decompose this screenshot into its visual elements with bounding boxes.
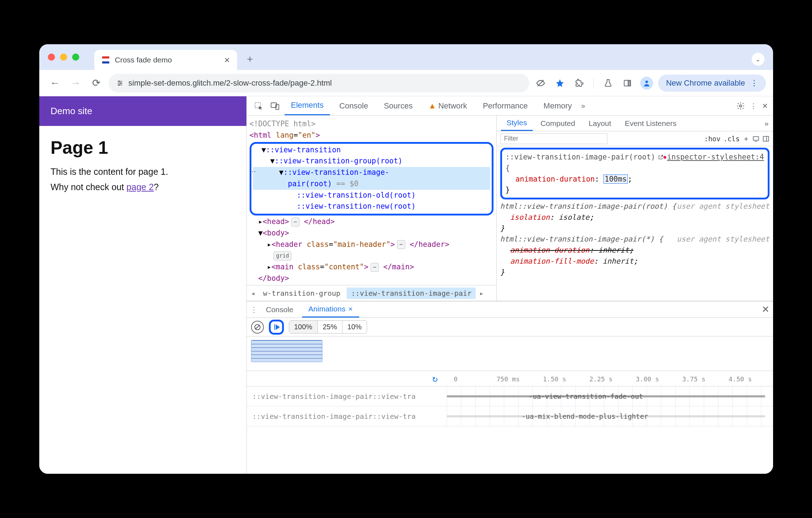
rule3-prop2[interactable]: animation-fill-mode: inherit; bbox=[500, 256, 770, 267]
animation-row-1[interactable]: ::view-transition-image-pair::view-tra -… bbox=[247, 386, 773, 406]
tab-styles[interactable]: Styles bbox=[501, 116, 533, 131]
elements-panel: ⋯ <!DOCTYPE html> <html lang="en"> ▼::vi… bbox=[247, 116, 497, 301]
speed-selector[interactable]: 100% 25% 10% bbox=[289, 320, 367, 334]
panel-icon[interactable] bbox=[620, 75, 635, 91]
dom-head[interactable]: ▸<head>⋯ </head> bbox=[250, 216, 493, 228]
timeline-header: ↻ 0 750 ms 1.50 s 2.25 s 3.00 s 3.75 s 4… bbox=[247, 371, 773, 386]
breadcrumb[interactable]: ◂ w-transition-group ::view-transition-i… bbox=[247, 285, 496, 301]
dom-vt-pair[interactable]: ▼::view-transition-image- bbox=[253, 167, 490, 178]
forward-button[interactable]: → bbox=[67, 75, 84, 92]
drawer-menu-icon[interactable]: ⋮ bbox=[250, 305, 257, 314]
rule2-prop[interactable]: isolation: isolate; bbox=[500, 212, 770, 223]
dom-doctype[interactable]: <!DOCTYPE html> bbox=[250, 118, 493, 130]
bc-item-2[interactable]: ::view-transition-image-pair bbox=[347, 288, 476, 299]
url-field[interactable]: simple-set-demos.glitch.me/2-slow-cross-… bbox=[109, 74, 530, 92]
tab-strip: Cross fade demo × ＋ ⌄ bbox=[39, 44, 773, 70]
minimize-window-button[interactable] bbox=[60, 54, 67, 61]
rule-origin-link[interactable]: inspector-stylesheet:4 bbox=[658, 152, 764, 163]
more-styles-tabs-icon[interactable]: » bbox=[765, 119, 769, 128]
drawer-tab-animations[interactable]: Animations × bbox=[302, 301, 359, 318]
browser-tab[interactable]: Cross fade demo × bbox=[94, 50, 237, 70]
device-toggle-icon[interactable] bbox=[268, 99, 282, 113]
extensions-icon[interactable] bbox=[571, 75, 587, 91]
tick-0: 0 bbox=[454, 375, 458, 383]
page-link[interactable]: page 2 bbox=[126, 182, 154, 192]
tab-layout[interactable]: Layout bbox=[583, 116, 617, 131]
reload-button[interactable]: ⟳ bbox=[88, 75, 105, 92]
tab-event-listeners[interactable]: Event Listeners bbox=[619, 116, 682, 131]
maximize-window-button[interactable] bbox=[72, 54, 79, 61]
dom-main[interactable]: ▸<main class="content">⋯ </main> bbox=[250, 261, 493, 273]
new-style-rule-icon[interactable]: ＋ bbox=[743, 134, 750, 143]
page-title: Page 1 bbox=[51, 137, 235, 158]
hov-toggle[interactable]: :hov bbox=[704, 135, 721, 143]
anim-row2-name: -ua-mix-blend-mode-plus-lighter bbox=[522, 412, 648, 420]
dom-html-open[interactable]: <html lang="en"> bbox=[250, 130, 493, 141]
rule2: user agent stylesheet html::view-transit… bbox=[500, 201, 770, 234]
more-tabs-icon[interactable]: » bbox=[581, 102, 585, 110]
tab-console[interactable]: Console bbox=[333, 96, 375, 115]
dom-grid-badge-row[interactable]: grid bbox=[250, 250, 493, 261]
dom-vt-group[interactable]: ▼::view-transition-group(root) bbox=[253, 156, 490, 167]
tab-memory[interactable]: Memory bbox=[537, 96, 578, 115]
tab-computed[interactable]: Computed bbox=[535, 116, 581, 131]
styles-filter-input[interactable] bbox=[500, 133, 607, 144]
bookmark-star-icon[interactable] bbox=[552, 75, 568, 91]
ellipsis-icon[interactable]: ⋯ bbox=[249, 167, 256, 176]
gear-icon[interactable] bbox=[736, 102, 745, 110]
back-button[interactable]: ← bbox=[46, 75, 64, 92]
animation-row-2[interactable]: ::view-transition-image-pair::view-tra -… bbox=[247, 406, 773, 426]
close-tab-button[interactable]: × bbox=[224, 55, 230, 66]
cls-toggle[interactable]: .cls bbox=[723, 135, 740, 143]
highlight-box-dom: ▼::view-transition ▼::view-transition-gr… bbox=[250, 142, 493, 216]
animation-group-thumbnail[interactable] bbox=[251, 340, 322, 362]
dom-vt-old[interactable]: ::view-transition-old(root) bbox=[253, 190, 490, 201]
dom-body-open[interactable]: ▼<body> bbox=[250, 228, 493, 239]
eye-off-icon[interactable] bbox=[533, 75, 548, 91]
rule3-prop1[interactable]: animation-duration: inherit; bbox=[500, 245, 770, 256]
window-controls bbox=[48, 54, 79, 61]
profile-button[interactable] bbox=[639, 75, 655, 91]
dom-header[interactable]: ▸<header class="main-header">⋯ </header> bbox=[250, 239, 493, 250]
bc-right-icon[interactable]: ▸ bbox=[478, 289, 485, 298]
close-drawer-icon[interactable]: ✕ bbox=[762, 304, 770, 315]
dom-vt-new[interactable]: ::view-transition-new(root) bbox=[253, 201, 490, 212]
close-window-button[interactable] bbox=[48, 54, 55, 61]
inspect-icon[interactable] bbox=[252, 99, 265, 113]
speed-25[interactable]: 25% bbox=[318, 321, 342, 333]
page-preview: Demo site Page 1 This is the content for… bbox=[39, 96, 246, 474]
tab-network[interactable]: ▲Network bbox=[422, 96, 473, 115]
tab-performance[interactable]: Performance bbox=[476, 96, 534, 115]
tab-sources[interactable]: Sources bbox=[377, 96, 419, 115]
play-pause-button[interactable] bbox=[269, 320, 284, 335]
dom-vt-pair-2[interactable]: pair(root) == $0 bbox=[253, 178, 490, 190]
svg-point-6 bbox=[118, 81, 119, 82]
tab-elements[interactable]: Elements bbox=[285, 96, 330, 115]
tick-3: 2.25 s bbox=[590, 375, 613, 383]
svg-rect-21 bbox=[763, 136, 768, 141]
chrome-update-button[interactable]: New Chrome available ⋮ bbox=[658, 75, 766, 92]
rule1-prop[interactable]: animation-duration: 100ms; bbox=[506, 174, 764, 185]
speed-10[interactable]: 10% bbox=[342, 321, 367, 333]
close-devtools-icon[interactable]: ✕ bbox=[762, 102, 768, 110]
more-icon[interactable]: ⋮ bbox=[750, 102, 757, 110]
dom-body-close[interactable]: </body> bbox=[250, 273, 493, 284]
bc-item-1[interactable]: w-transition-group bbox=[259, 288, 345, 299]
drawer-tab-console[interactable]: Console bbox=[260, 301, 300, 318]
device-icon[interactable] bbox=[752, 135, 760, 142]
panel-toggle-icon[interactable] bbox=[762, 135, 770, 142]
site-settings-icon[interactable] bbox=[116, 80, 124, 87]
p2-after: ? bbox=[154, 182, 159, 192]
styles-panel: Styles Computed Layout Event Listeners »… bbox=[497, 116, 773, 301]
speed-100[interactable]: 100% bbox=[289, 321, 318, 333]
new-tab-button[interactable]: ＋ bbox=[245, 52, 255, 66]
restart-icon[interactable]: ↻ bbox=[432, 373, 438, 384]
tab-search-button[interactable]: ⌄ bbox=[752, 53, 765, 66]
bc-left-icon[interactable]: ◂ bbox=[250, 289, 257, 298]
dom-vt-root[interactable]: ▼::view-transition bbox=[253, 144, 490, 156]
tick-1: 750 ms bbox=[497, 375, 520, 383]
close-animations-tab-icon[interactable]: × bbox=[348, 305, 352, 313]
page-banner: Demo site bbox=[39, 96, 246, 126]
flask-icon[interactable] bbox=[600, 75, 616, 91]
clear-animations-icon[interactable] bbox=[251, 321, 264, 334]
